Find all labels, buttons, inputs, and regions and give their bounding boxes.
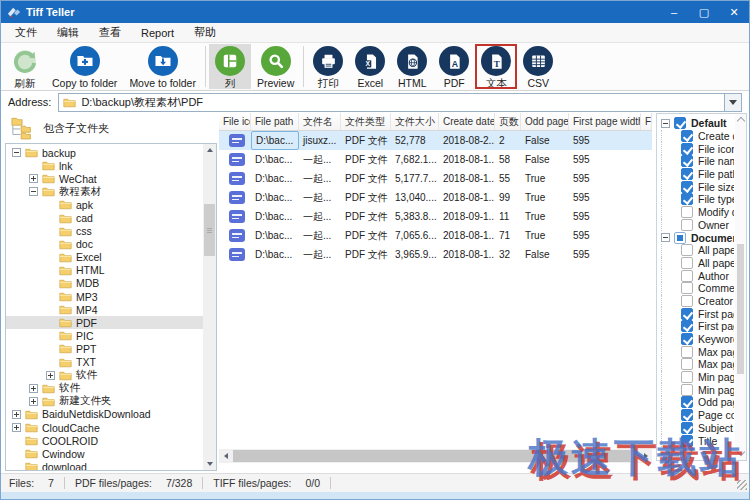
expand-plus-icon[interactable]	[12, 410, 21, 419]
toolbar-button-打印[interactable]: 打印	[307, 44, 349, 89]
chevron-down-icon[interactable]	[736, 449, 745, 458]
menu-item-4[interactable]: Report	[131, 25, 184, 41]
column-option-create-date[interactable]: Create date	[661, 130, 734, 143]
column-option-page-count[interactable]: Page count	[661, 409, 734, 422]
tree-item-backup[interactable]: backup	[6, 146, 216, 159]
checked-checkbox[interactable]	[681, 181, 693, 193]
address-dropdown-button[interactable]	[724, 94, 741, 111]
tree-item-lnk[interactable]: lnk	[6, 159, 216, 172]
expand-plus-icon[interactable]	[29, 174, 38, 183]
menu-item-3[interactable]: 查看	[89, 23, 131, 42]
tree-item-COOLROID[interactable]: COOLROID	[6, 434, 216, 447]
tree-item-PIC[interactable]: PIC	[6, 329, 216, 342]
tree-item-MDB[interactable]: MDB	[6, 277, 216, 290]
unchecked-checkbox[interactable]	[681, 346, 693, 358]
checked-checkbox[interactable]	[681, 409, 693, 421]
chevron-up-icon[interactable]	[736, 116, 745, 125]
tree-item-教程素材[interactable]: 教程素材	[6, 185, 216, 198]
unchecked-checkbox[interactable]	[681, 295, 693, 307]
toolbar-button-move-to-folder[interactable]: Move to folder	[123, 44, 202, 89]
table-horizontal-scrollbar[interactable]	[219, 449, 652, 463]
expand-plus-icon[interactable]	[29, 384, 38, 393]
column-option-max-page-w[interactable]: Max page w	[661, 358, 734, 371]
tree-item-TXT[interactable]: TXT	[6, 356, 216, 369]
columns-scrollbar[interactable]	[735, 114, 746, 460]
resize-grip[interactable]	[737, 480, 747, 490]
toolbar-button-html[interactable]: HTML	[391, 44, 433, 89]
column-option-all-paper-siz[interactable]: All paper siz	[661, 257, 734, 270]
column-header-First-page-width[interactable]: First page width	[569, 113, 641, 130]
scroll-up-arrow-icon[interactable]	[203, 144, 216, 156]
menu-item-1[interactable]: 文件	[5, 23, 47, 42]
column-header-Odd-pages[interactable]: Odd pages	[521, 113, 569, 130]
toolbar-button-preview[interactable]: Preview	[251, 44, 300, 89]
unchecked-checkbox[interactable]	[681, 384, 693, 396]
tree-item-PPT[interactable]: PPT	[6, 342, 216, 355]
toolbar-button-excel[interactable]: XExcel	[349, 44, 391, 89]
tree-item-apk[interactable]: apk	[6, 198, 216, 211]
tree-item-PDF[interactable]: PDF	[6, 316, 216, 329]
checked-checkbox[interactable]	[681, 193, 693, 205]
expand-plus-icon[interactable]	[29, 397, 38, 406]
unchecked-checkbox[interactable]	[681, 358, 693, 370]
collapse-minus-icon[interactable]	[12, 148, 21, 157]
checked-checkbox[interactable]	[681, 435, 693, 447]
column-header-文件名[interactable]: 文件名	[299, 113, 341, 130]
menu-item-2[interactable]: 编辑	[47, 23, 89, 42]
toolbar-button-列[interactable]: 列	[209, 44, 251, 89]
toolbar-button-copy-to-folder[interactable]: Copy to folder	[46, 44, 123, 89]
checked-checkbox[interactable]	[681, 155, 693, 167]
column-option-keywords[interactable]: Keywords	[661, 333, 734, 346]
column-option-subject[interactable]: Subject	[661, 422, 734, 435]
scroll-down-arrow-icon[interactable]	[203, 458, 216, 470]
tree-item-css[interactable]: css	[6, 225, 216, 238]
tree-item-MP4[interactable]: MP4	[6, 303, 216, 316]
tree-item-WeChat[interactable]: WeChat	[6, 172, 216, 185]
column-option-odd-pages[interactable]: Odd pages	[661, 396, 734, 409]
checked-checkbox[interactable]	[681, 168, 693, 180]
collapse-minus-icon[interactable]	[661, 233, 670, 242]
scroll-right-arrow-icon[interactable]	[639, 449, 652, 463]
column-header-File-path[interactable]: File path	[251, 113, 299, 130]
checked-checkbox[interactable]	[681, 396, 693, 408]
column-option-owner[interactable]: Owner	[661, 219, 734, 232]
column-option-file-icon[interactable]: File icon	[661, 142, 734, 155]
columns-scrollbar-thumb[interactable]	[737, 244, 744, 374]
toolbar-button-刷新[interactable]: 刷新	[4, 44, 46, 89]
table-row[interactable]: D:\bac...一起...PDF 文件5,383.8...2018-09-1.…	[219, 207, 652, 226]
menu-item-5[interactable]: 帮助	[184, 23, 226, 42]
toolbar-button-csv[interactable]: CSV	[517, 44, 559, 89]
column-option-min-page-wi[interactable]: Min page wi	[661, 383, 734, 396]
table-row[interactable]: D:\bac...一起...PDF 文件5,177.7...2018-08-1.…	[219, 169, 652, 188]
checked-checkbox[interactable]	[681, 308, 693, 320]
column-header-文件类型[interactable]: 文件类型	[341, 113, 391, 130]
collapse-minus-icon[interactable]	[29, 187, 38, 196]
checked-checkbox[interactable]	[681, 333, 693, 345]
column-option-file-type[interactable]: File type	[661, 193, 734, 206]
tree-item-新建文件夹[interactable]: 新建文件夹	[6, 395, 216, 408]
tree-scrollbar-thumb[interactable]	[204, 204, 215, 256]
column-option-modify-date[interactable]: Modify date	[661, 206, 734, 219]
scroll-left-arrow-icon[interactable]	[219, 449, 232, 463]
unchecked-checkbox[interactable]	[681, 219, 693, 231]
address-combobox[interactable]: D:\backup\教程素材\PDF	[58, 93, 742, 112]
table-row[interactable]: D:\bac...一起...PDF 文件7,682.1...2018-08-1.…	[219, 150, 652, 169]
unchecked-checkbox[interactable]	[681, 206, 693, 218]
column-option-title[interactable]: Title	[661, 434, 734, 447]
toolbar-button-pdf[interactable]: APDF	[433, 44, 475, 89]
tree-item-HTML[interactable]: HTML	[6, 264, 216, 277]
column-group-document[interactable]: Document	[661, 231, 734, 244]
column-option-first-page-he[interactable]: First page he	[661, 307, 734, 320]
unchecked-checkbox[interactable]	[681, 371, 693, 383]
column-option-max-page-he[interactable]: Max page he	[661, 345, 734, 358]
tree-item-Cwindow[interactable]: Cwindow	[6, 447, 216, 460]
column-header-F[interactable]: F	[641, 113, 652, 130]
column-option-file-path[interactable]: File path	[661, 168, 734, 181]
tree-item-CloudCache[interactable]: CloudCache	[6, 421, 216, 434]
table-scrollbar-thumb[interactable]	[233, 450, 630, 462]
maximize-button[interactable]: ▢	[689, 1, 719, 23]
column-header-File-icon[interactable]: File icon	[219, 113, 251, 130]
column-option-first-page-w[interactable]: First page w	[661, 320, 734, 333]
column-header-页数[interactable]: 页数	[495, 113, 521, 130]
column-header-文件大小[interactable]: 文件大小	[391, 113, 439, 130]
